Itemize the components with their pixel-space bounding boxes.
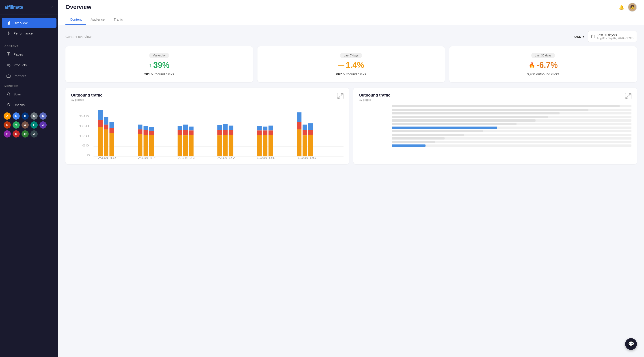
sidebar-item-scan[interactable]: Scan — [2, 89, 56, 99]
sidebar-header: affilimate ‹ — [0, 0, 58, 15]
svg-rect-55 — [217, 130, 222, 135]
trend-up-icon: ↑ — [149, 62, 152, 69]
svg-line-10 — [9, 95, 10, 96]
partner-icon-s[interactable]: S — [30, 112, 38, 120]
svg-rect-34 — [109, 128, 114, 133]
hbar-row — [359, 116, 632, 118]
svg-rect-51 — [189, 127, 194, 130]
topbar-right: 🔔 👩 — [619, 3, 637, 12]
svg-text:Sep 01: Sep 01 — [257, 157, 275, 159]
main-content: Overview 🔔 👩 Content Audience Traffic Co… — [58, 0, 644, 357]
partner-icon-p[interactable]: P — [4, 130, 11, 137]
svg-rect-32 — [104, 129, 108, 156]
svg-rect-50 — [183, 135, 188, 156]
partner-icon-booking[interactable]: B — [22, 112, 29, 120]
svg-text:Aug 27: Aug 27 — [217, 157, 235, 159]
sidebar-item-checks[interactable]: Checks — [2, 100, 56, 110]
chart-bar-icon — [6, 20, 11, 25]
chat-bubble-button[interactable]: 💬 — [625, 338, 637, 350]
metric-clicks-yesterday: 201 outbound clicks — [144, 72, 174, 76]
svg-rect-45 — [178, 126, 182, 130]
partner-icon-google[interactable]: G — [12, 112, 20, 120]
svg-rect-35 — [109, 133, 114, 156]
partner-icon-r[interactable]: R — [4, 121, 11, 129]
expand-chart-by-page-button[interactable] — [625, 93, 632, 99]
hbar-track — [392, 137, 632, 140]
sidebar-item-partners[interactable]: Partners — [2, 71, 56, 81]
notification-bell-icon[interactable]: 🔔 — [619, 4, 624, 10]
expand-chart-by-partner-button[interactable] — [337, 93, 344, 99]
controls-right: USD ▾ Last 30 days ▾ Aug 08 - Sep 07, 20… — [574, 31, 637, 42]
date-range-label-text: Last 30 days — [597, 33, 615, 37]
metric-badge-7days: Last 7 days — [340, 53, 362, 58]
metric-cards: Yesterday ↑ 39% 201 outbound clicks Last… — [66, 46, 637, 82]
hbar-track — [392, 105, 632, 107]
more-partners-button[interactable]: ... — [0, 140, 58, 148]
user-avatar[interactable]: 👩 — [628, 3, 637, 12]
partner-icon-jr[interactable]: JR — [22, 130, 29, 137]
partner-icon-z[interactable]: Z — [40, 121, 46, 129]
clicks-label-yesterday: outbound clicks — [151, 72, 174, 76]
svg-rect-28 — [98, 120, 103, 127]
sidebar-item-performance[interactable]: Performance — [2, 28, 56, 38]
svg-rect-77 — [302, 135, 307, 156]
sidebar-item-products[interactable]: Products — [2, 60, 56, 70]
svg-rect-37 — [138, 129, 142, 134]
partner-icon-w[interactable]: W — [22, 121, 29, 129]
lightning-icon — [6, 31, 11, 35]
svg-rect-47 — [178, 135, 182, 156]
metric-value-7days: — 1.4% — [338, 60, 364, 70]
svg-rect-42 — [149, 127, 154, 131]
tab-content[interactable]: Content — [66, 14, 86, 25]
sidebar-item-checks-label: Checks — [14, 103, 25, 107]
partner-icon-amazon[interactable]: A — [4, 112, 11, 120]
sidebar-item-overview[interactable]: Overview — [2, 18, 56, 28]
partner-icon-f[interactable]: F — [30, 121, 38, 129]
horizontal-bar-list — [359, 105, 632, 147]
section-label-monitor: MONITOR — [0, 81, 58, 89]
svg-point-7 — [9, 65, 10, 66]
svg-text:Aug 12: Aug 12 — [98, 157, 116, 159]
hbar-track — [392, 127, 632, 129]
clicks-label-30days: outbound clicks — [536, 72, 559, 76]
svg-rect-41 — [144, 135, 148, 156]
date-range-sub-label: Aug 08 - Sep 07, 2020 (CEST) — [597, 37, 634, 40]
sidebar-item-products-label: Products — [14, 63, 27, 67]
refresh-icon — [6, 103, 11, 107]
svg-rect-38 — [138, 134, 142, 156]
svg-rect-67 — [263, 130, 267, 135]
svg-rect-80 — [308, 135, 313, 156]
partner-icon-a2[interactable]: A — [30, 130, 38, 137]
svg-rect-60 — [229, 126, 233, 130]
svg-rect-75 — [302, 124, 307, 130]
partner-icon-r2[interactable]: R — [12, 130, 20, 137]
tab-traffic[interactable]: Traffic — [109, 14, 127, 25]
svg-rect-68 — [263, 135, 267, 156]
svg-text:Aug 17: Aug 17 — [138, 157, 156, 159]
svg-rect-54 — [217, 125, 222, 130]
svg-rect-72 — [297, 112, 302, 122]
sidebar-collapse-button[interactable]: ‹ — [51, 4, 54, 10]
svg-rect-64 — [257, 130, 262, 135]
sidebar-item-scan-label: Scan — [14, 92, 21, 96]
metric-value-30days: 🔥 -6.7% — [528, 60, 558, 70]
svg-rect-29 — [98, 127, 103, 156]
sidebar-item-overview-label: Overview — [14, 21, 28, 25]
hbar-fill — [392, 116, 548, 118]
date-range-button[interactable]: Last 30 days ▾ Aug 08 - Sep 07, 2020 (CE… — [588, 31, 637, 42]
tab-audience[interactable]: Audience — [86, 14, 109, 25]
chart-title-by-partner: Outbound traffic — [71, 93, 102, 98]
svg-rect-53 — [189, 135, 194, 156]
svg-rect-39 — [144, 126, 148, 130]
currency-selector[interactable]: USD ▾ — [574, 34, 584, 38]
hbar-fill — [392, 127, 497, 129]
sidebar-item-performance-label: Performance — [14, 31, 33, 35]
sidebar-item-pages[interactable]: Pages — [2, 49, 56, 59]
svg-rect-71 — [268, 135, 273, 156]
partner-icon-c[interactable]: C — [40, 112, 46, 120]
tabs-bar: Content Audience Traffic — [58, 14, 644, 25]
partner-icon-v[interactable]: V — [12, 121, 20, 129]
svg-rect-30 — [104, 117, 108, 125]
currency-arrow-icon: ▾ — [582, 34, 584, 38]
clicks-count-yesterday: 201 — [144, 72, 150, 76]
